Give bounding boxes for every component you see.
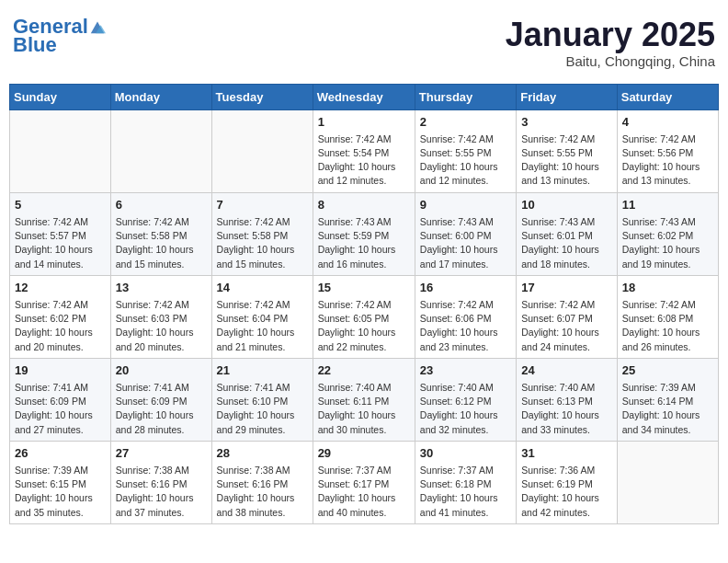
calendar-cell: 1Sunrise: 7:42 AMSunset: 5:54 PMDaylight… [313,109,415,192]
day-number: 15 [318,280,410,296]
day-info: Sunrise: 7:39 AMSunset: 6:14 PMDaylight:… [622,381,713,437]
day-number: 26 [15,445,106,462]
day-number: 3 [521,114,612,131]
title-block: January 2025 Baitu, Chongqing, China [506,17,715,69]
calendar-cell: 28Sunrise: 7:38 AMSunset: 6:16 PMDayligh… [211,441,313,523]
calendar-cell: 2Sunrise: 7:42 AMSunset: 5:55 PMDaylight… [415,109,516,192]
week-row-3: 12Sunrise: 7:42 AMSunset: 6:02 PMDayligh… [10,275,719,358]
calendar-cell: 24Sunrise: 7:40 AMSunset: 6:13 PMDayligh… [517,358,618,441]
weekday-header-saturday: Saturday [617,84,718,109]
day-info: Sunrise: 7:42 AMSunset: 6:08 PMDaylight:… [622,298,713,354]
logo: General Blue [13,17,106,55]
calendar-cell [211,109,313,192]
day-info: Sunrise: 7:40 AMSunset: 6:12 PMDaylight:… [420,381,511,437]
calendar-cell: 10Sunrise: 7:43 AMSunset: 6:01 PMDayligh… [517,192,618,275]
calendar-cell: 16Sunrise: 7:42 AMSunset: 6:06 PMDayligh… [415,275,516,358]
day-number: 1 [318,114,410,131]
day-number: 31 [521,445,612,462]
day-info: Sunrise: 7:42 AMSunset: 5:56 PMDaylight:… [622,132,713,189]
week-row-5: 26Sunrise: 7:39 AMSunset: 6:15 PMDayligh… [10,441,719,523]
day-number: 19 [15,362,106,379]
day-info: Sunrise: 7:42 AMSunset: 6:07 PMDaylight:… [521,298,612,354]
day-number: 23 [420,362,511,379]
calendar-cell: 3Sunrise: 7:42 AMSunset: 5:55 PMDaylight… [517,109,618,192]
day-number: 22 [318,362,410,379]
day-info: Sunrise: 7:41 AMSunset: 6:10 PMDaylight:… [217,381,308,437]
calendar-cell: 8Sunrise: 7:43 AMSunset: 5:59 PMDaylight… [313,192,415,275]
day-info: Sunrise: 7:38 AMSunset: 6:16 PMDaylight:… [217,464,308,520]
week-row-1: 1Sunrise: 7:42 AMSunset: 5:54 PMDaylight… [10,109,719,192]
day-number: 30 [420,445,511,462]
week-row-2: 5Sunrise: 7:42 AMSunset: 5:57 PMDaylight… [10,192,719,275]
day-number: 28 [217,445,308,462]
day-info: Sunrise: 7:40 AMSunset: 6:11 PMDaylight:… [318,381,410,437]
calendar-cell: 18Sunrise: 7:42 AMSunset: 6:08 PMDayligh… [617,275,718,358]
calendar-cell: 12Sunrise: 7:42 AMSunset: 6:02 PMDayligh… [10,275,111,358]
day-info: Sunrise: 7:42 AMSunset: 5:58 PMDaylight:… [116,215,207,271]
weekday-header-tuesday: Tuesday [211,84,313,109]
calendar-cell [10,109,111,192]
week-row-4: 19Sunrise: 7:41 AMSunset: 6:09 PMDayligh… [10,358,719,441]
calendar-cell: 7Sunrise: 7:42 AMSunset: 5:58 PMDaylight… [211,192,313,275]
day-number: 5 [15,197,106,213]
day-number: 20 [116,362,207,379]
day-info: Sunrise: 7:41 AMSunset: 6:09 PMDaylight:… [116,381,207,437]
calendar-cell [110,109,211,192]
day-info: Sunrise: 7:42 AMSunset: 5:55 PMDaylight:… [521,132,612,189]
weekday-header-friday: Friday [517,84,618,109]
calendar-cell: 9Sunrise: 7:43 AMSunset: 6:00 PMDaylight… [415,192,516,275]
calendar-cell [617,441,718,523]
weekday-header-wednesday: Wednesday [313,84,415,109]
day-number: 24 [521,362,612,379]
day-number: 13 [116,280,207,296]
day-info: Sunrise: 7:43 AMSunset: 6:00 PMDaylight:… [420,215,511,271]
day-number: 18 [622,280,713,296]
day-info: Sunrise: 7:42 AMSunset: 6:04 PMDaylight:… [217,298,308,354]
calendar-cell: 31Sunrise: 7:36 AMSunset: 6:19 PMDayligh… [517,441,618,523]
day-number: 2 [420,114,511,131]
day-number: 6 [116,197,207,213]
day-info: Sunrise: 7:42 AMSunset: 5:58 PMDaylight:… [217,215,308,271]
weekday-header-row: SundayMondayTuesdayWednesdayThursdayFrid… [10,84,719,109]
day-info: Sunrise: 7:37 AMSunset: 6:17 PMDaylight:… [318,464,410,520]
calendar-cell: 26Sunrise: 7:39 AMSunset: 6:15 PMDayligh… [10,441,111,523]
day-info: Sunrise: 7:36 AMSunset: 6:19 PMDaylight:… [521,464,612,520]
calendar-cell: 30Sunrise: 7:37 AMSunset: 6:18 PMDayligh… [415,441,516,523]
day-info: Sunrise: 7:40 AMSunset: 6:13 PMDaylight:… [521,381,612,437]
calendar-cell: 22Sunrise: 7:40 AMSunset: 6:11 PMDayligh… [313,358,415,441]
day-number: 4 [622,114,713,131]
calendar-cell: 14Sunrise: 7:42 AMSunset: 6:04 PMDayligh… [211,275,313,358]
day-number: 17 [521,280,612,296]
calendar-cell: 17Sunrise: 7:42 AMSunset: 6:07 PMDayligh… [517,275,618,358]
day-info: Sunrise: 7:42 AMSunset: 5:55 PMDaylight:… [420,132,511,189]
day-info: Sunrise: 7:43 AMSunset: 6:02 PMDaylight:… [622,215,713,271]
day-info: Sunrise: 7:42 AMSunset: 5:54 PMDaylight:… [318,132,410,189]
calendar-cell: 20Sunrise: 7:41 AMSunset: 6:09 PMDayligh… [110,358,211,441]
day-info: Sunrise: 7:42 AMSunset: 5:57 PMDaylight:… [15,215,106,271]
calendar-cell: 6Sunrise: 7:42 AMSunset: 5:58 PMDaylight… [110,192,211,275]
day-number: 10 [521,197,612,213]
month-title: January 2025 [506,17,715,53]
weekday-header-sunday: Sunday [10,84,111,109]
day-info: Sunrise: 7:43 AMSunset: 6:01 PMDaylight:… [521,215,612,271]
calendar-cell: 21Sunrise: 7:41 AMSunset: 6:10 PMDayligh… [211,358,313,441]
day-info: Sunrise: 7:42 AMSunset: 6:02 PMDaylight:… [15,298,106,354]
calendar-cell: 5Sunrise: 7:42 AMSunset: 5:57 PMDaylight… [10,192,111,275]
weekday-header-thursday: Thursday [415,84,516,109]
calendar-cell: 23Sunrise: 7:40 AMSunset: 6:12 PMDayligh… [415,358,516,441]
day-info: Sunrise: 7:42 AMSunset: 6:06 PMDaylight:… [420,298,511,354]
day-info: Sunrise: 7:42 AMSunset: 6:05 PMDaylight:… [318,298,410,354]
calendar-cell: 29Sunrise: 7:37 AMSunset: 6:17 PMDayligh… [313,441,415,523]
calendar-cell: 15Sunrise: 7:42 AMSunset: 6:05 PMDayligh… [313,275,415,358]
day-info: Sunrise: 7:41 AMSunset: 6:09 PMDaylight:… [15,381,106,437]
calendar-cell: 4Sunrise: 7:42 AMSunset: 5:56 PMDaylight… [617,109,718,192]
logo-icon [89,18,106,35]
day-info: Sunrise: 7:39 AMSunset: 6:15 PMDaylight:… [15,464,106,520]
logo-text-line2: Blue [13,35,106,55]
day-info: Sunrise: 7:43 AMSunset: 5:59 PMDaylight:… [318,215,410,271]
day-number: 16 [420,280,511,296]
day-number: 8 [318,197,410,213]
day-info: Sunrise: 7:42 AMSunset: 6:03 PMDaylight:… [116,298,207,354]
day-info: Sunrise: 7:37 AMSunset: 6:18 PMDaylight:… [420,464,511,520]
day-number: 11 [622,197,713,213]
